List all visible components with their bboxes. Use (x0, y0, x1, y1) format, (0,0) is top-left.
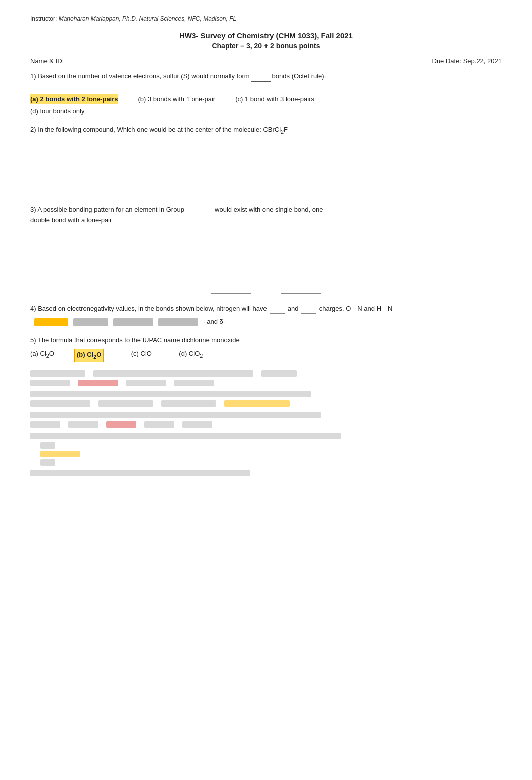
redacted-q6-line1 (30, 370, 502, 377)
redacted-section (30, 370, 502, 476)
r-block (30, 400, 90, 407)
redacted-q8 (30, 412, 502, 428)
redacted-q9-sub (40, 442, 502, 466)
redacted-q7-line1 (30, 391, 502, 397)
r-block-yellow (224, 400, 290, 407)
q1-answer-d: (d) four bonds only (30, 106, 84, 117)
q1-answer-b: (b) 3 bonds with 1 one-pair (138, 94, 216, 105)
q1-answers-row2: (d) four bonds only (30, 106, 502, 117)
q3-underline1 (236, 291, 296, 291)
q4-text: 4) Based on electronegativity values, in… (30, 305, 392, 312)
r-block (182, 421, 212, 428)
q3-space (30, 226, 502, 286)
q1-answer-c: (c) 1 bond with 3 lone-pairs (235, 94, 314, 105)
q5-answer-d: (d) ClO2 (172, 349, 203, 362)
r-block (93, 370, 253, 377)
q3-answer-area (30, 291, 502, 296)
q3-text: 3) A possible bonding pattern for an ele… (30, 206, 323, 224)
r-block (30, 391, 311, 397)
redacted-q7-line2 (30, 400, 502, 407)
r-block-yellow (40, 451, 80, 457)
q1-answers: (a) 2 bonds with 2 lone-pairs (b) 3 bond… (30, 94, 502, 105)
q4-bond-grey2 (113, 318, 153, 326)
redacted-last (30, 470, 502, 476)
q3-underline3 (281, 293, 321, 294)
q5-answers: (a) Cl2O (b) Cl2O (c) ClO (d) ClO2 (30, 349, 502, 362)
redacted-q7 (30, 391, 502, 407)
r-block (40, 442, 55, 449)
q3-underline2 (211, 293, 251, 294)
redacted-last-line (30, 470, 502, 476)
r-block (161, 400, 216, 407)
name-label: Name & ID: (30, 57, 64, 65)
instructor-label: Instructor: (30, 15, 57, 22)
r-block (261, 370, 297, 377)
q2-subscript: 2 (281, 129, 284, 135)
question-3: 3) A possible bonding pattern for an ele… (30, 205, 502, 296)
question-2: 2) In the following compound, Which one … (30, 125, 502, 197)
q4-bond-grey1 (73, 318, 108, 326)
r-block-red (106, 421, 136, 428)
r-block (174, 380, 214, 386)
q1-answer-a: (a) 2 bonds with 2 lone-pairs (30, 94, 118, 105)
r-block (30, 470, 250, 476)
r-block (30, 380, 70, 386)
q4-bond-grey3 (158, 318, 198, 326)
question-4: 4) Based on electronegativity values, in… (30, 304, 502, 328)
instructor-name: Manoharan Mariappan, Ph.D, Natural Scien… (59, 15, 237, 22)
question-1: 1) Based on the number of valence electr… (30, 71, 502, 117)
r-block (40, 459, 55, 466)
redacted-q9-line1 (30, 433, 502, 439)
due-date: Due Date: Sep.22, 2021 (432, 57, 502, 65)
redacted-q6 (30, 370, 502, 386)
redacted-q8-line1 (30, 412, 502, 418)
r-block-red (78, 380, 118, 386)
r-block (98, 400, 153, 407)
question-5: 5) The formula that corresponds to the I… (30, 335, 502, 362)
q5-answer-b: (b) Cl2O (74, 349, 104, 362)
r-block (30, 370, 85, 377)
hw-subtitle: Chapter – 3, 20 + 2 bonus points (30, 42, 502, 50)
r-block (144, 421, 174, 428)
q2-text: 2) In the following compound, Which one … (30, 126, 288, 133)
redacted-q9 (30, 433, 502, 466)
r-block (30, 421, 60, 428)
q1-text: 1) Based on the number of valence electr… (30, 72, 326, 80)
q5-answer-c: (c) ClO (124, 349, 152, 362)
r-block (30, 412, 321, 418)
instructor-line: Instructor: Manoharan Mariappan, Ph.D, N… (30, 15, 502, 22)
q2-space (30, 136, 502, 197)
q5-answer-a: (a) Cl2O (30, 349, 54, 362)
q4-bond-yellow1 (34, 318, 68, 326)
name-due-row: Name & ID: Due Date: Sep.22, 2021 (30, 55, 502, 67)
q4-delta-label: · and δ· (203, 317, 225, 327)
redacted-q6-line2 (30, 380, 502, 386)
redacted-q8-line2 (30, 421, 502, 428)
q5-text: 5) The formula that corresponds to the I… (30, 336, 240, 344)
r-block (68, 421, 98, 428)
r-block (126, 380, 166, 386)
hw-title: HW3- Survey of Chemistry (CHM 1033), Fal… (30, 31, 502, 40)
r-block (30, 433, 341, 439)
q4-bonds-row: · and δ· (34, 317, 502, 327)
